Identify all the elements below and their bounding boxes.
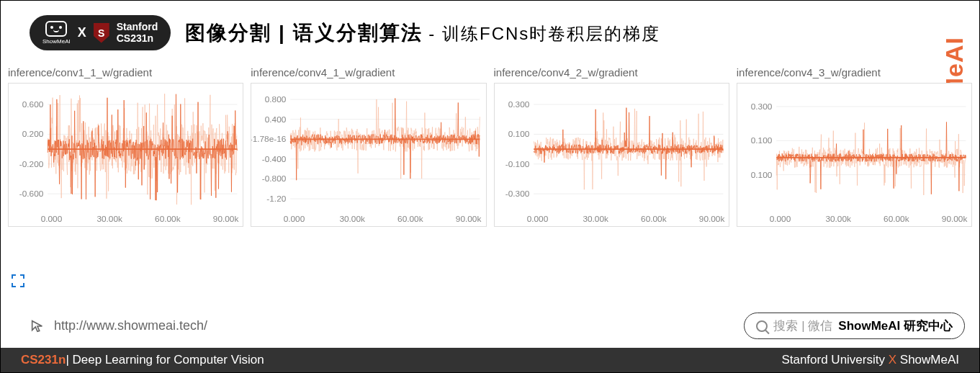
svg-text:0.300: 0.300 [508,99,529,109]
footer-stanford: Stanford University [781,353,885,367]
course-code: CS231n [117,33,158,44]
chart-canvas: -0.300-0.1000.1000.3000.00030.00k60.00k9… [494,83,729,227]
svg-text:30.00k: 30.00k [583,214,608,224]
footer-course: CS231n [21,353,66,367]
chart-title: inference/conv4_3_w/gradient [737,65,972,83]
chart-canvas: 0.1000.1000.3000.00030.00k60.00k90.00k [737,83,972,227]
chart-4: inference/conv4_3_w/gradient 0.1000.1000… [737,65,972,227]
footer-left: CS231n| Deep Learning for Computer Visio… [21,353,264,367]
svg-text:-0.600: -0.600 [19,189,44,199]
svg-text:-0.100: -0.100 [505,159,529,169]
chart-title: inference/conv4_2_w/gradient [494,65,729,83]
svg-text:-0.200: -0.200 [19,159,44,169]
stanford-shield-icon: S [94,23,109,43]
svg-text:0.000: 0.000 [769,214,791,224]
svg-text:0.100: 0.100 [750,135,772,145]
svg-text:60.00k: 60.00k [155,214,181,224]
svg-text:0.100: 0.100 [508,129,529,139]
footer-top: http://www.showmeai.tech/ 搜索 | 微信 ShowMe… [1,313,979,345]
svg-text:60.00k: 60.00k [884,214,909,224]
svg-text:60.00k: 60.00k [641,214,667,224]
header: ShowMeAI X S Stanford CS231n 图像分割 | 语义分割… [1,1,979,58]
svg-text:0.400: 0.400 [265,114,287,125]
chart-2: inference/conv4_1_w/gradient -1.20-0.800… [251,65,486,227]
svg-text:30.00k: 30.00k [340,214,366,224]
svg-text:-0.300: -0.300 [505,189,529,199]
svg-text:-0.800: -0.800 [262,174,287,184]
svg-text:90.00k: 90.00k [213,214,239,224]
svg-text:90.00k: 90.00k [698,214,724,224]
svg-text:-1.20: -1.20 [267,194,287,204]
svg-text:60.00k: 60.00k [397,214,423,224]
footer-course-sub: | Deep Learning for Computer Vision [66,353,264,367]
svg-text:0.000: 0.000 [284,214,305,224]
showmeai-logo-icon: ShowMeAI [42,21,71,45]
svg-text:90.00k: 90.00k [942,214,968,224]
svg-text:0.600: 0.600 [22,99,44,109]
title-main: 图像分割 | 语义分割算法 [185,22,422,44]
brand-badge: ShowMeAI X S Stanford CS231n [30,15,171,50]
page-title: 图像分割 | 语义分割算法 - 训练FCNs时卷积层的梯度 [185,19,660,47]
svg-text:0.000: 0.000 [41,214,63,224]
chart-3: inference/conv4_2_w/gradient -0.300-0.10… [494,65,729,227]
chart-title: inference/conv1_1_w/gradient [8,65,243,83]
svg-text:0.200: 0.200 [22,129,44,139]
badge-x: X [78,25,86,40]
svg-text:0.100: 0.100 [750,170,772,180]
svg-text:30.00k: 30.00k [825,214,851,224]
svg-text:90.00k: 90.00k [456,214,482,224]
badge-text: Stanford CS231n [117,22,158,44]
chart-canvas: -1.20-0.800-0.400-1.78e-160.4000.8000.00… [251,83,486,227]
stanford-label: Stanford [117,22,158,32]
footer-right: Stanford University X ShowMeAI [781,353,959,367]
svg-text:30.00k: 30.00k [96,214,122,224]
svg-text:-1.78e-16: -1.78e-16 [251,134,287,144]
svg-text:-0.400: -0.400 [262,154,287,164]
charts-row: inference/conv1_1_w/gradient -0.600-0.20… [1,58,979,227]
footer-showmeai: ShowMeAI [900,353,959,367]
cursor-icon [30,318,45,334]
title-sub: - 训练FCNs时卷积层的梯度 [423,24,661,43]
chart-1: inference/conv1_1_w/gradient -0.600-0.20… [8,65,243,227]
footer-bar: CS231n| Deep Learning for Computer Visio… [1,348,979,372]
url-text[interactable]: http://www.showmeai.tech/ [54,318,207,333]
search-pill[interactable]: 搜索 | 微信 ShowMeAI 研究中心 [744,313,965,339]
url-box: http://www.showmeai.tech/ [30,318,207,334]
search-hint: 搜索 | 微信 [773,318,832,334]
svg-text:0.800: 0.800 [265,94,287,104]
footer-x: X [885,353,900,367]
svg-text:0.300: 0.300 [750,102,772,112]
chart-title: inference/conv4_1_w/gradient [251,65,486,83]
search-bold: ShowMeAI 研究中心 [838,318,953,334]
expand-icon[interactable] [12,274,24,287]
search-icon [756,320,768,332]
chart-canvas: -0.600-0.2000.2000.6000.00030.00k60.00k9… [8,83,243,227]
svg-text:0.000: 0.000 [526,214,548,224]
